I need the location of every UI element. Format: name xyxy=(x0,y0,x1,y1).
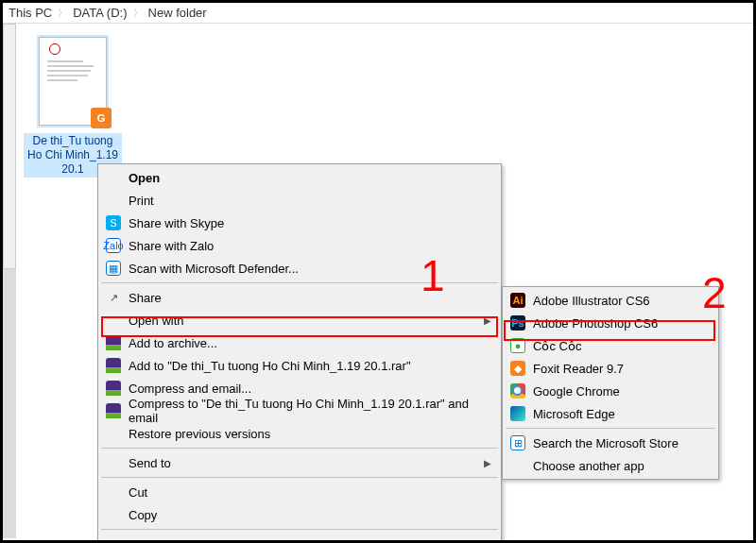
winrar-icon xyxy=(106,403,121,418)
foxit-icon: ◆ xyxy=(510,361,525,376)
breadcrumb-folder[interactable]: New folder xyxy=(148,6,207,20)
store-icon: ⊞ xyxy=(510,435,525,450)
chevron-right-icon: ▶ xyxy=(484,458,491,468)
menu-send-to[interactable]: Send to▶ xyxy=(100,451,499,474)
chevron-right-icon: 〉 xyxy=(133,7,143,20)
submenu-choose-another[interactable]: Choose another app xyxy=(505,454,716,477)
menu-compress-to-email[interactable]: Compress to "De thi_Tu tuong Ho Chi Minh… xyxy=(100,399,499,422)
menu-separator xyxy=(101,529,498,530)
winrar-icon xyxy=(106,358,121,373)
folder-content-area[interactable]: G De thi_Tu tuong Ho Chi Minh_1.19 20.1 … xyxy=(3,24,753,538)
zalo-icon: Zalo xyxy=(106,238,121,253)
submenu-photoshop[interactable]: Ps Adobe Photoshop CS6 xyxy=(505,312,716,334)
open-with-submenu: Ai Adobe Illustrator CS6 Ps Adobe Photos… xyxy=(502,286,719,480)
submenu-edge[interactable]: Microsoft Edge xyxy=(505,402,716,425)
file-thumbnail: G xyxy=(39,37,107,126)
menu-add-archive[interactable]: Add to archive... xyxy=(100,331,499,354)
illustrator-icon: Ai xyxy=(510,293,525,308)
scrollbar[interactable] xyxy=(3,24,16,538)
menu-separator xyxy=(506,428,715,429)
menu-copy[interactable]: Copy xyxy=(100,503,499,526)
menu-add-to-rar[interactable]: Add to "De thi_Tu tuong Ho Chi Minh_1.19… xyxy=(100,354,499,377)
submenu-coccoc[interactable]: ● Cốc Cốc xyxy=(505,334,716,357)
coccoc-icon: ● xyxy=(510,338,525,353)
submenu-foxit[interactable]: ◆ Foxit Reader 9.7 xyxy=(505,357,716,380)
foxit-overlay-icon: G xyxy=(91,108,112,128)
annotation-number-2: 2 xyxy=(702,267,727,318)
submenu-illustrator[interactable]: Ai Adobe Illustrator CS6 xyxy=(505,289,716,312)
submenu-chrome[interactable]: Google Chrome xyxy=(505,380,716,402)
context-menu: Open Print S Share with Skype Zalo Share… xyxy=(97,163,502,543)
share-icon: ↗ xyxy=(106,290,121,305)
breadcrumb-root[interactable]: This PC xyxy=(9,6,52,20)
chrome-icon xyxy=(510,383,525,399)
annotation-number-1: 1 xyxy=(421,250,445,301)
menu-cut[interactable]: Cut xyxy=(100,481,499,503)
submenu-search-store[interactable]: ⊞ Search the Microsoft Store xyxy=(505,432,716,454)
edge-icon xyxy=(510,406,525,421)
chevron-right-icon: ▶ xyxy=(484,315,491,326)
scrollbar-thumb[interactable] xyxy=(3,24,16,269)
menu-print[interactable]: Print xyxy=(100,189,499,212)
winrar-icon xyxy=(106,381,121,396)
winrar-icon xyxy=(106,335,121,350)
menu-open-with[interactable]: Open with▶ xyxy=(100,309,499,331)
skype-icon: S xyxy=(106,215,121,230)
menu-separator xyxy=(101,448,498,449)
photoshop-icon: Ps xyxy=(510,315,525,331)
breadcrumb[interactable]: This PC 〉 DATA (D:) 〉 New folder xyxy=(3,3,753,24)
menu-share-skype[interactable]: S Share with Skype xyxy=(100,212,499,234)
menu-separator xyxy=(101,477,498,478)
menu-open[interactable]: Open xyxy=(100,166,499,189)
menu-create-shortcut[interactable]: Create shortcut xyxy=(100,533,499,543)
file-item[interactable]: G De thi_Tu tuong Ho Chi Minh_1.19 20.1 xyxy=(24,35,122,178)
breadcrumb-drive[interactable]: DATA (D:) xyxy=(73,6,127,20)
chevron-right-icon: 〉 xyxy=(58,7,67,20)
defender-icon: ▦ xyxy=(106,261,121,276)
menu-restore-previous[interactable]: Restore previous versions xyxy=(100,422,499,445)
